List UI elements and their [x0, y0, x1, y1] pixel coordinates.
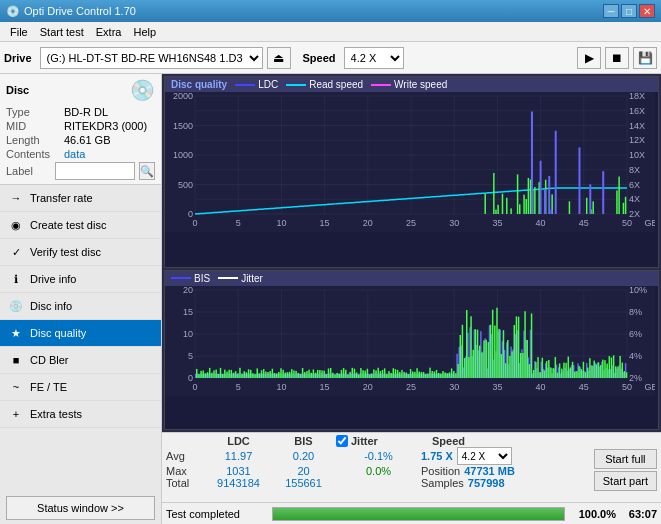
nav-label-create-test-disc: Create test disc: [30, 219, 106, 231]
contents-key: Contents: [6, 148, 64, 160]
stats-position-val: 47731 MB: [464, 465, 515, 477]
titlebar: 💿 Opti Drive Control 1.70 ─ □ ✕: [0, 0, 661, 22]
legend-ldc-label: LDC: [258, 79, 278, 90]
nav-disc-info[interactable]: 💿 Disc info: [0, 293, 161, 320]
legend-write-color: [371, 84, 391, 86]
jitter-checkbox-area: Jitter: [336, 435, 421, 447]
mid-value: RITEKDR3 (000): [64, 120, 147, 132]
menu-file[interactable]: File: [4, 24, 34, 40]
nav-label-cd-bler: CD Bler: [30, 354, 69, 366]
fe-te-icon: ~: [8, 379, 24, 395]
menubar: File Start test Extra Help: [0, 22, 661, 42]
nav-transfer-rate[interactable]: → Transfer rate: [0, 185, 161, 212]
chart1-wrapper: Disc quality LDC Read speed Write speed: [164, 76, 659, 268]
progress-bar-inner: [273, 508, 564, 520]
close-button[interactable]: ✕: [639, 4, 655, 18]
disc-info-panel: Disc 💿 Type BD-R DL MID RITEKDR3 (000) L…: [0, 74, 161, 185]
speed-select[interactable]: 4.2 X: [344, 47, 404, 69]
stats-header-bis: BIS: [271, 435, 336, 447]
stats-header-ldc: LDC: [206, 435, 271, 447]
nav-cd-bler[interactable]: ■ CD Bler: [0, 347, 161, 374]
stats-max-label: Max: [166, 465, 206, 477]
label-input[interactable]: [55, 162, 135, 180]
start-test-button[interactable]: ▶: [577, 47, 601, 69]
length-value: 46.61 GB: [64, 134, 110, 146]
minimize-button[interactable]: ─: [603, 4, 619, 18]
nav-verify-test-disc[interactable]: ✓ Verify test disc: [0, 239, 161, 266]
create-test-disc-icon: ◉: [8, 217, 24, 233]
length-key: Length: [6, 134, 64, 146]
nav-drive-info[interactable]: ℹ Drive info: [0, 266, 161, 293]
nav-disc-quality[interactable]: ★ Disc quality: [0, 320, 161, 347]
chart2-title-bar: BIS Jitter: [165, 271, 658, 286]
nav-items: → Transfer rate ◉ Create test disc ✓ Ver…: [0, 185, 161, 492]
save-button[interactable]: 💾: [633, 47, 657, 69]
menu-extra[interactable]: Extra: [90, 24, 128, 40]
stats-speed-label: Speed: [421, 435, 476, 447]
drive-eject-button[interactable]: ⏏: [267, 47, 291, 69]
legend-write-label: Write speed: [394, 79, 447, 90]
status-window-area: Status window >>: [6, 496, 155, 520]
stop-test-button[interactable]: ⏹: [605, 47, 629, 69]
label-search-button[interactable]: 🔍: [139, 162, 155, 180]
stats-avg-label: Avg: [166, 450, 206, 462]
nav-label-fe-te: FE / TE: [30, 381, 67, 393]
drive-select[interactable]: (G:) HL-DT-ST BD-RE WH16NS48 1.D3: [40, 47, 263, 69]
nav-label-transfer-rate: Transfer rate: [30, 192, 93, 204]
extra-tests-icon: +: [8, 406, 24, 422]
nav-label-drive-info: Drive info: [30, 273, 76, 285]
stats-speed-select[interactable]: 4.2 X: [457, 447, 512, 465]
app-icon: 💿: [6, 5, 20, 18]
progress-bar-outer: [272, 507, 565, 521]
stats-avg-ldc: 11.97: [206, 450, 271, 462]
nav-fe-te[interactable]: ~ FE / TE: [0, 374, 161, 401]
transfer-rate-icon: →: [8, 190, 24, 206]
verify-test-disc-icon: ✓: [8, 244, 24, 260]
nav-label-disc-quality: Disc quality: [30, 327, 86, 339]
legend-ldc: LDC: [235, 79, 278, 90]
status-window-button[interactable]: Status window >>: [6, 496, 155, 520]
chart1-title: Disc quality: [171, 79, 227, 90]
stats-area: LDC BIS Jitter Speed Avg 11.97 0.20 -0.1: [162, 432, 661, 502]
nav-extra-tests[interactable]: + Extra tests: [0, 401, 161, 428]
legend-read-speed: Read speed: [286, 79, 363, 90]
disc-info-icon: 💿: [8, 298, 24, 314]
stats-samples-val: 757998: [468, 477, 505, 489]
menu-start-test[interactable]: Start test: [34, 24, 90, 40]
disc-section-title: Disc: [6, 84, 29, 96]
menu-help[interactable]: Help: [127, 24, 162, 40]
legend-read-label: Read speed: [309, 79, 363, 90]
start-full-button[interactable]: Start full: [594, 449, 657, 469]
chart1-canvas: [165, 92, 655, 232]
jitter-checkbox[interactable]: [336, 435, 348, 447]
cd-bler-icon: ■: [8, 352, 24, 368]
maximize-button[interactable]: □: [621, 4, 637, 18]
toolbar: Drive (G:) HL-DT-ST BD-RE WH16NS48 1.D3 …: [0, 42, 661, 74]
legend-jitter: Jitter: [218, 273, 263, 284]
stats-position-label: Position: [421, 465, 460, 477]
type-key: Type: [6, 106, 64, 118]
speed-label: Speed: [303, 52, 336, 64]
stats-total-ldc: 9143184: [206, 477, 271, 489]
main-layout: Disc 💿 Type BD-R DL MID RITEKDR3 (000) L…: [0, 74, 661, 524]
titlebar-controls: ─ □ ✕: [603, 4, 655, 18]
status-text: Test completed: [166, 508, 266, 520]
stats-max-jitter: 0.0%: [336, 465, 421, 477]
stats-avg-jitter: -0.1%: [336, 450, 421, 462]
legend-bis: BIS: [171, 273, 210, 284]
titlebar-title: 💿 Opti Drive Control 1.70: [6, 5, 136, 18]
progress-time: 63:07: [622, 508, 657, 520]
chart2-wrapper: BIS Jitter: [164, 270, 659, 430]
nav-label-disc-info: Disc info: [30, 300, 72, 312]
nav-create-test-disc[interactable]: ◉ Create test disc: [0, 212, 161, 239]
content-area: Disc quality LDC Read speed Write speed: [162, 74, 661, 524]
stats-avg-bis: 0.20: [271, 450, 336, 462]
start-part-button[interactable]: Start part: [594, 471, 657, 491]
stats-header-blank: [166, 435, 206, 447]
app-title: Opti Drive Control 1.70: [24, 5, 136, 17]
type-value: BD-R DL: [64, 106, 108, 118]
drive-label: Drive: [4, 52, 32, 64]
legend-ldc-color: [235, 84, 255, 86]
legend-write-speed: Write speed: [371, 79, 447, 90]
stats-max-ldc: 1031: [206, 465, 271, 477]
